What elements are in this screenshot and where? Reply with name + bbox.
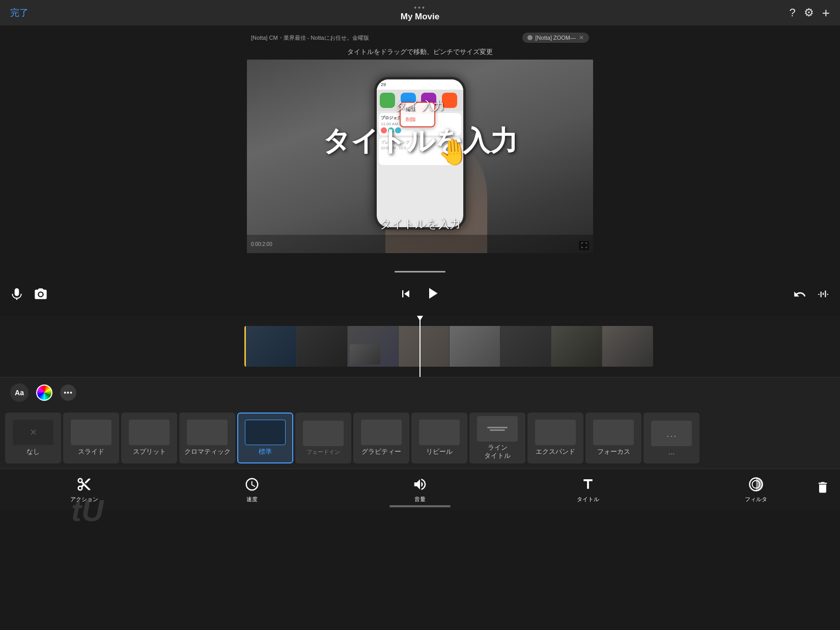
title-style-split-label: スプリット: [133, 447, 166, 456]
movie-title: My Movie: [401, 12, 440, 22]
video-thumb-3: [348, 326, 399, 367]
action-icon: [75, 475, 93, 494]
title-style-gravity-preview: [361, 420, 402, 445]
settings-icon[interactable]: ⚙: [804, 6, 814, 19]
top-bar-dots: •••: [414, 4, 426, 12]
action-label: アクション: [70, 496, 98, 503]
add-icon[interactable]: +: [822, 5, 830, 21]
title-style-standard-label: 標準: [259, 447, 272, 456]
notif-close-button[interactable]: ✕: [579, 34, 584, 41]
preview-container: [Notta] CM・業界最佳 - Nottaにお任せ。金曜版 [Notta] …: [97, 25, 743, 275]
drag-hint: タイトルをドラッグで移動、ピンチでサイズ変更: [347, 47, 493, 57]
title-style-focus[interactable]: フォーカス: [585, 413, 641, 463]
title-small-top[interactable]: タイ 入力: [396, 98, 444, 114]
top-bar-left: 完了: [10, 7, 29, 19]
speed-tool[interactable]: 速度: [232, 475, 272, 503]
title-style-split-preview: [129, 420, 170, 445]
video-strip[interactable]: [244, 326, 653, 367]
video-thumb-8: [602, 326, 653, 367]
title-style-expand-preview: [535, 420, 576, 445]
title-tool[interactable]: タイトル: [568, 475, 608, 503]
speed-label: 速度: [246, 496, 258, 503]
title-style-none-preview: ✕: [13, 420, 53, 445]
title-style-chromatic-preview: [187, 420, 228, 445]
skip-back-button[interactable]: [399, 287, 413, 304]
top-bar-right: ? ⚙ +: [790, 5, 830, 21]
title-style-fade-preview: [303, 421, 344, 446]
right-controls: [793, 288, 830, 303]
video-thumb-5: [450, 326, 500, 367]
title-style-focus-preview: [593, 420, 634, 445]
waveform-button[interactable]: [817, 288, 830, 303]
title-style-fade[interactable]: フェードイン: [295, 413, 351, 463]
video-background: 29 プロジェクトミーテ... 11:00 AM - 11:0...: [247, 60, 593, 253]
title-style-reveal-label: リビール: [426, 447, 453, 456]
title-style-expand-label: エクスパンド: [536, 447, 575, 456]
more-options-button[interactable]: •••: [60, 385, 76, 401]
microphone-button[interactable]: [10, 288, 23, 303]
video-preview[interactable]: 29 プロジェクトミーテ... 11:00 AM - 11:0...: [247, 60, 593, 253]
fullscreen-button[interactable]: ⛶: [579, 241, 589, 250]
right-panel: [743, 25, 840, 275]
title-bottom[interactable]: タイトルを入力: [380, 216, 461, 232]
notification-bar: [Notta] CM・業界最佳 - Nottaにお任せ。金曜版 [Notta] …: [247, 31, 593, 45]
filter-label: フィルタ: [745, 496, 767, 503]
title-style-expand[interactable]: エクスパンド: [527, 413, 583, 463]
title-style-gravity[interactable]: グラビティー: [353, 413, 409, 463]
video-thumb-7: [551, 326, 602, 367]
left-panel: [0, 25, 97, 275]
main-area: [Notta] CM・業界最佳 - Nottaにお任せ。金曜版 [Notta] …: [0, 25, 840, 275]
filter-icon: [747, 475, 765, 494]
help-icon[interactable]: ?: [790, 6, 796, 19]
title-large[interactable]: タイトルを入力: [323, 122, 518, 159]
video-bottom-bar: 0:00:2:00: [247, 235, 593, 253]
center-controls: [399, 284, 441, 307]
title-style-line-title[interactable]: ラインタイトル: [469, 413, 525, 463]
title-style-standard[interactable]: 標準: [237, 413, 293, 463]
title-style-reveal[interactable]: リビール: [411, 413, 467, 463]
title-style-gravity-label: グラビティー: [361, 447, 401, 456]
title-style-line-label: ラインタイトル: [484, 444, 511, 459]
timeline-area[interactable]: [0, 316, 840, 377]
line1: [487, 427, 508, 428]
title-style-slide[interactable]: スライド: [63, 413, 119, 463]
color-picker-button[interactable]: [36, 385, 52, 401]
title-label: タイトル: [577, 496, 599, 503]
top-bar-center: ••• My Movie: [401, 4, 440, 22]
line-preview-lines: [487, 427, 508, 431]
title-style-none[interactable]: ✕ なし: [5, 413, 61, 463]
phone-status-bar: 29: [377, 79, 463, 90]
home-indicator: [389, 505, 451, 507]
left-controls: [10, 287, 48, 304]
video-thumb-1: [246, 326, 297, 367]
title-style-chromatic-label: クロマティック: [184, 447, 231, 456]
play-button[interactable]: [423, 284, 441, 307]
delete-button[interactable]: [816, 480, 830, 498]
title-style-standard-preview: [245, 420, 286, 445]
done-button[interactable]: 完了: [10, 7, 29, 19]
notif-right-text: [Notta] ZOOM—: [536, 35, 576, 41]
filter-tool[interactable]: フィルタ: [736, 475, 776, 503]
title-style-more[interactable]: … …: [643, 413, 699, 463]
title-style-slide-label: スライド: [78, 447, 104, 456]
scrubber-bar: [395, 271, 445, 272]
format-bar: Aa •••: [0, 377, 840, 407]
video-thumb-4: [399, 326, 450, 367]
app-icon-1: [380, 93, 395, 108]
title-style-split[interactable]: スプリット: [121, 413, 177, 463]
camera-button[interactable]: [34, 287, 48, 304]
line2: [490, 429, 505, 431]
title-style-more-label: …: [668, 448, 675, 456]
video-thumb-6: [500, 326, 551, 367]
volume-icon: [411, 475, 429, 494]
font-button[interactable]: Aa: [10, 384, 29, 402]
action-tool[interactable]: アクション: [64, 475, 104, 503]
undo-button[interactable]: [793, 288, 806, 303]
volume-label: 音量: [414, 496, 426, 503]
title-icon: [579, 475, 597, 494]
volume-tool[interactable]: 音量: [400, 475, 440, 503]
title-style-none-label: なし: [26, 447, 40, 456]
title-style-chromatic[interactable]: クロマティック: [179, 413, 235, 463]
title-style-fade-label: フェードイン: [306, 448, 340, 456]
top-bar: 完了 ••• My Movie ? ⚙ +: [0, 0, 840, 25]
